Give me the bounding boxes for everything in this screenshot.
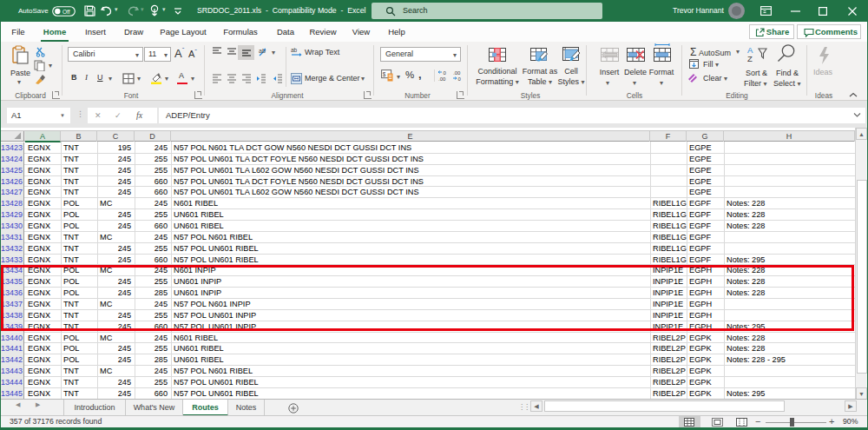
svg-text:Z: Z: [747, 54, 753, 63]
svg-text:ab: ab: [291, 47, 298, 53]
svg-text:ab: ab: [259, 48, 266, 54]
svg-text:$: $: [383, 71, 386, 77]
svg-text:.00: .00: [453, 70, 461, 76]
svg-text:0: 0: [458, 76, 462, 82]
svg-text:.00: .00: [438, 76, 446, 82]
svg-text:Off: Off: [62, 9, 70, 15]
svg-text:0: 0: [444, 70, 447, 76]
